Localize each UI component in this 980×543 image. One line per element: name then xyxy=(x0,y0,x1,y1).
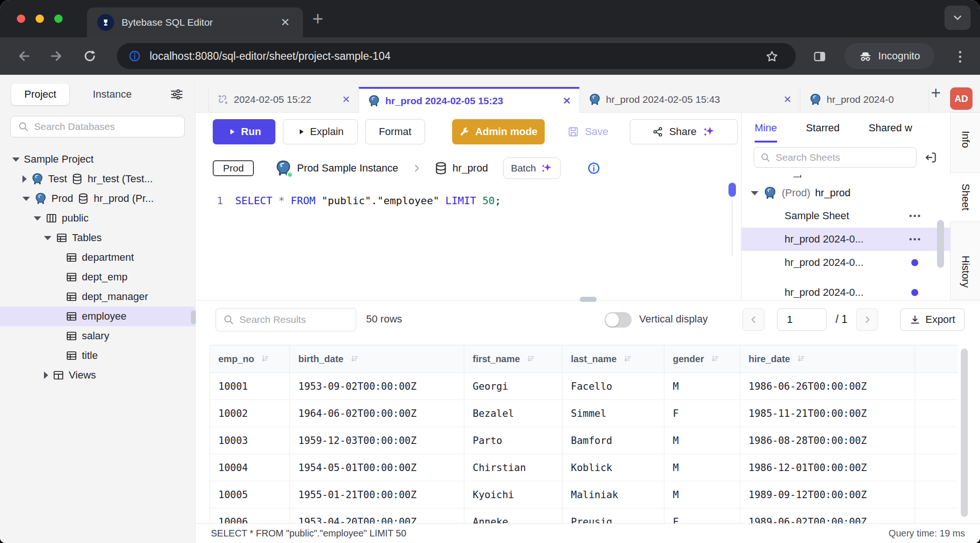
next-page-button[interactable] xyxy=(856,308,878,331)
filter-sliders-icon[interactable] xyxy=(170,87,184,101)
results-search-box[interactable] xyxy=(216,308,356,331)
cell[interactable]: Kyoichi xyxy=(464,481,562,508)
tree-item-table-title[interactable]: title xyxy=(0,346,195,365)
column-header[interactable]: first_name xyxy=(464,345,562,373)
tree-item-tables-group[interactable]: Tables xyxy=(0,228,195,248)
cell[interactable]: Simmel xyxy=(562,400,664,427)
table-scrollbar-thumb[interactable] xyxy=(961,349,968,517)
sheet-item-selected[interactable]: hr_prod 2024-0... xyxy=(742,228,950,251)
tab-starred[interactable]: Starred xyxy=(806,122,840,143)
table-row-clipped[interactable]: 100061953-04-20T00:00:00ZAnnekePreusigF1… xyxy=(209,508,958,524)
save-button[interactable]: Save xyxy=(560,119,616,144)
cell[interactable]: 1954-05-01T00:00:00Z xyxy=(290,454,464,481)
instance-name[interactable]: Prod Sample Instance xyxy=(297,162,398,174)
cell[interactable]: 1964-06-02T00:00:00Z xyxy=(290,400,464,427)
side-panel-icon[interactable] xyxy=(813,50,827,64)
tree-item-table-dept-emp[interactable]: dept_emp xyxy=(0,267,195,287)
collapse-panel-icon[interactable] xyxy=(924,150,938,164)
cell[interactable]: 1989-09-12T00:00:00Z xyxy=(740,481,915,508)
new-worksheet-button[interactable]: + xyxy=(931,83,941,103)
browser-new-tab-button[interactable]: + xyxy=(312,8,323,29)
cell[interactable]: 10003 xyxy=(209,427,290,454)
cell[interactable]: 1986-08-28T00:00:00Z xyxy=(740,427,915,454)
table-row[interactable]: 100041954-05-01T00:00:00ZChirstianKoblic… xyxy=(209,454,958,481)
close-tab-icon[interactable]: ✕ xyxy=(562,95,571,107)
cell[interactable]: Parto xyxy=(464,427,562,454)
cell[interactable]: 1953-09-02T00:00:00Z xyxy=(290,373,464,400)
format-button[interactable]: Format xyxy=(365,119,425,144)
column-header[interactable]: gender xyxy=(664,345,740,373)
tab-search-chevron-button[interactable] xyxy=(944,6,971,30)
worksheet-tab-2-active[interactable]: hr_prod 2024-02-05 15:23 ✕ xyxy=(359,87,579,113)
tab-project[interactable]: Project xyxy=(11,84,69,105)
tab-instance[interactable]: Instance xyxy=(93,88,131,100)
worksheet-tab-1[interactable]: 2024-02-05 15:22 ✕ xyxy=(208,87,359,112)
database-search-input[interactable] xyxy=(34,121,178,132)
tree-item-schema-public[interactable]: public xyxy=(0,208,195,228)
sort-icon[interactable] xyxy=(349,354,360,364)
sql-editor-line[interactable]: 1 SELECT * FROM "public"."employee" LIMI… xyxy=(196,195,722,207)
tab-shared[interactable]: Shared w xyxy=(869,122,912,143)
cell[interactable]: Georgi xyxy=(464,373,562,400)
tree-item-views-group[interactable]: Views xyxy=(0,365,195,385)
cell[interactable]: M xyxy=(664,454,740,481)
caret-down-icon[interactable] xyxy=(22,197,30,201)
cell[interactable]: 1959-12-03T00:00:00Z xyxy=(290,427,464,454)
cell[interactable]: M xyxy=(664,373,740,400)
column-header[interactable]: emp_no xyxy=(209,345,290,373)
sheet-search-input[interactable] xyxy=(776,152,910,163)
caret-down-icon[interactable] xyxy=(751,191,758,195)
cell[interactable]: F xyxy=(664,508,740,524)
prev-page-button[interactable] xyxy=(742,308,764,331)
back-icon[interactable] xyxy=(17,49,32,64)
results-resize-handle[interactable] xyxy=(580,297,597,302)
sheet-item-sample-sheet[interactable]: Sample Sheet xyxy=(742,204,950,228)
caret-right-icon[interactable] xyxy=(44,372,48,379)
caret-down-icon[interactable] xyxy=(12,157,20,162)
cell[interactable]: M xyxy=(664,427,740,454)
browser-menu-icon[interactable] xyxy=(958,49,962,65)
tab-mine[interactable]: Mine xyxy=(755,122,777,143)
cell[interactable]: F xyxy=(664,400,740,427)
cell[interactable]: 1955-01-21T00:00:00Z xyxy=(290,481,464,508)
table-row[interactable]: 100031959-12-03T00:00:00ZPartoBamfordM19… xyxy=(209,427,958,454)
cell[interactable]: 10005 xyxy=(209,481,290,508)
more-menu-icon[interactable] xyxy=(909,238,920,241)
bookmark-star-icon[interactable] xyxy=(765,50,779,64)
clipped-sheet-item[interactable]: hr_prod 2024-0... xyxy=(742,175,950,182)
sort-icon[interactable] xyxy=(796,354,806,364)
run-button[interactable]: Run xyxy=(213,119,275,144)
sort-icon[interactable] xyxy=(710,354,720,364)
cell[interactable]: Facello xyxy=(562,373,664,400)
table-row[interactable]: 100051955-01-21T00:00:00ZKyoichiMaliniak… xyxy=(209,481,958,508)
table-row[interactable]: 100021964-06-02T00:00:00ZBezalelSimmelF1… xyxy=(209,400,958,427)
cell[interactable]: Koblick xyxy=(562,454,664,481)
sheet-group-prod-hr-prod[interactable]: (Prod) hr_prod xyxy=(742,182,950,204)
sort-icon[interactable] xyxy=(260,354,270,364)
caret-right-icon[interactable] xyxy=(22,175,27,183)
cell[interactable]: 1986-12-01T00:00:00Z xyxy=(740,454,915,481)
tree-item-project[interactable]: Sample Project xyxy=(0,150,195,169)
address-bar[interactable]: localhost:8080/sql-editor/sheet/project-… xyxy=(117,43,796,69)
caret-down-icon[interactable] xyxy=(44,236,51,240)
batch-button[interactable]: Batch xyxy=(503,157,561,179)
reload-icon[interactable] xyxy=(82,49,97,64)
cell[interactable]: 10006 xyxy=(209,508,290,524)
column-header[interactable]: last_name xyxy=(562,345,664,373)
close-tab-icon[interactable]: ✕ xyxy=(783,94,792,105)
side-tab-info[interactable]: Info xyxy=(951,119,980,159)
tree-item-prod-db[interactable]: Prod hr_prod (Pr... xyxy=(0,189,195,208)
side-tab-sheet-active[interactable]: Sheet xyxy=(950,172,980,222)
share-button[interactable]: Share xyxy=(630,119,738,144)
cell[interactable]: Chirstian xyxy=(464,454,562,481)
traffic-minimize-button[interactable] xyxy=(36,14,44,23)
column-header[interactable]: birth_date xyxy=(290,345,464,373)
cell[interactable]: M xyxy=(664,481,740,508)
tree-item-table-salary[interactable]: salary xyxy=(0,326,195,346)
site-info-icon[interactable] xyxy=(128,50,141,63)
database-search-box[interactable] xyxy=(10,116,185,137)
connection-info-icon[interactable] xyxy=(587,161,601,175)
cell[interactable]: 10001 xyxy=(209,373,290,400)
traffic-maximize-button[interactable] xyxy=(54,14,63,23)
environment-badge[interactable]: Prod xyxy=(213,160,254,176)
